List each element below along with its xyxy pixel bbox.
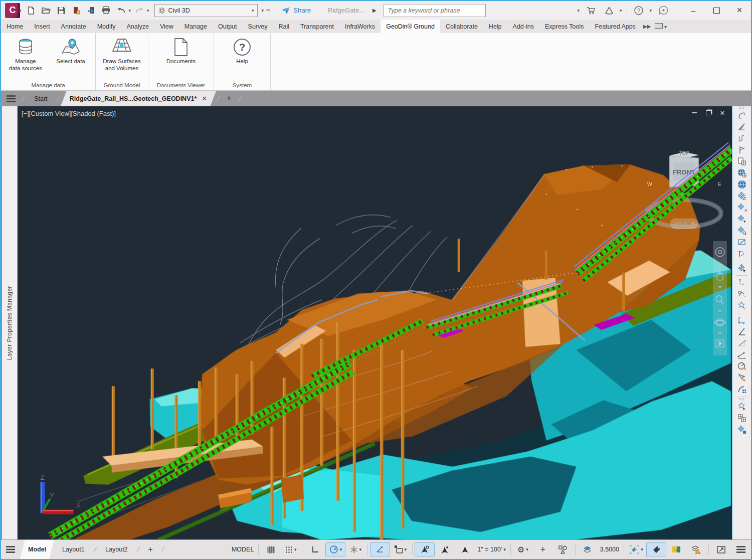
- save-to-mobile-button[interactable]: [70, 4, 83, 17]
- polar-tracking-icon[interactable]: ▾: [325, 542, 345, 556]
- viewport-controls-label[interactable]: [−][Custom View][Shaded (Fast)]: [22, 110, 116, 117]
- move-block-icon[interactable]: [736, 424, 748, 435]
- navigation-bar[interactable]: [713, 241, 727, 356]
- curve-reverse-icon[interactable]: [736, 133, 748, 144]
- object-snap-2d-icon[interactable]: [415, 542, 435, 556]
- toolbar-grip-handle-2[interactable]: ⠿⠿: [738, 399, 744, 401]
- a360-caret-icon[interactable]: ▾: [620, 8, 622, 13]
- new-drawing-tab-button[interactable]: +: [220, 91, 238, 106]
- layout-tab-model[interactable]: Model: [20, 540, 54, 559]
- a360-icon[interactable]: [603, 4, 616, 17]
- tab-survey[interactable]: Survey: [243, 20, 273, 33]
- dim-angle-icon[interactable]: [736, 326, 748, 337]
- clean-screen-icon[interactable]: [711, 542, 731, 556]
- ribbon-display-toggle-icon[interactable]: ▾: [655, 23, 667, 30]
- model-space-toggle[interactable]: MODEL: [229, 542, 256, 556]
- compass-east-label[interactable]: E: [717, 181, 721, 187]
- redo-caret-icon[interactable]: ▾: [147, 8, 149, 13]
- maximize-button[interactable]: [705, 3, 728, 18]
- selection-cycling-icon[interactable]: [455, 542, 475, 556]
- layout-tab-layout2[interactable]: Layout2: [97, 540, 135, 559]
- search-input[interactable]: [384, 7, 485, 14]
- move-select-icon[interactable]: [736, 263, 748, 274]
- draw-surfaces-volumes-button[interactable]: Draw Surfaces and Volumes: [99, 35, 145, 81]
- tab-geodin-ground[interactable]: GeoDin® Ground: [381, 20, 440, 33]
- layer-properties-manager-palette[interactable]: Layer Properties Manager: [1, 106, 18, 540]
- move-cursor-icon[interactable]: [736, 214, 748, 225]
- tab-manage[interactable]: Manage: [179, 20, 213, 33]
- move-grid-icon[interactable]: [736, 191, 748, 202]
- ortho-mode-icon[interactable]: [305, 542, 325, 556]
- file-tab-active[interactable]: RidgeGate_Rail_HS...Geotech_GEODINV1* ✕: [61, 91, 216, 106]
- file-tabs-menu-icon[interactable]: [1, 91, 21, 106]
- application-menu-button[interactable]: C: [5, 3, 20, 18]
- layout-grid-icon[interactable]: [736, 413, 748, 424]
- close-button[interactable]: ×: [728, 3, 751, 18]
- feedback-icon[interactable]: [657, 4, 670, 17]
- tab-collaborate[interactable]: Collaborate: [440, 20, 483, 33]
- tab-view[interactable]: View: [154, 20, 179, 33]
- drawing-viewport[interactable]: [−][Custom View][Shaded (Fast)] ✕: [18, 106, 732, 540]
- print-button[interactable]: [100, 4, 113, 17]
- new-file-button[interactable]: [25, 4, 38, 17]
- workspace-switching-icon[interactable]: ⚙▾: [513, 542, 533, 556]
- share-button[interactable]: Share: [281, 6, 311, 15]
- curve-pin-icon[interactable]: [736, 248, 748, 259]
- help-caret-icon[interactable]: ▾: [649, 8, 652, 13]
- add-scales-icon[interactable]: ▾: [626, 542, 646, 556]
- tab-annotate[interactable]: Annotate: [56, 20, 92, 33]
- new-layout-button[interactable]: +: [140, 542, 160, 556]
- signin-caret-icon[interactable]: ▾: [577, 8, 580, 13]
- tab-modify[interactable]: Modify: [92, 20, 121, 33]
- annotation-scale-sync-icon[interactable]: [646, 542, 666, 556]
- grid-display-icon[interactable]: [261, 542, 281, 556]
- app-menu-caret-icon[interactable]: ▾: [19, 8, 22, 13]
- boundary-edit-icon[interactable]: [736, 237, 748, 248]
- tab-output[interactable]: Output: [213, 20, 243, 33]
- annotation-scale-button[interactable]: 1" = 100'▾: [475, 542, 508, 556]
- documents-button[interactable]: Documents: [159, 35, 203, 81]
- tab-addins[interactable]: Add-ins: [507, 20, 539, 33]
- layout-tab-layout1[interactable]: Layout1: [54, 540, 92, 559]
- circle-brush-icon[interactable]: [736, 361, 748, 372]
- select-data-button[interactable]: Select data: [49, 35, 92, 81]
- tab-rail[interactable]: Rail: [273, 20, 295, 33]
- dim-line-icon[interactable]: [736, 349, 748, 360]
- geolocation-globe-icon[interactable]: [736, 179, 748, 190]
- viewport-restore-icon[interactable]: [705, 109, 712, 116]
- toolbar-grip-handle[interactable]: ⠿⠿: [738, 107, 744, 109]
- sheet-set-icon[interactable]: [736, 156, 748, 167]
- tab-help[interactable]: Help: [483, 20, 507, 33]
- qat-customize-icon[interactable]: ▾: [262, 8, 264, 13]
- unreconciled-layers-icon[interactable]: !: [686, 542, 706, 556]
- redo-button[interactable]: [133, 4, 146, 17]
- move-search-icon[interactable]: [736, 225, 748, 236]
- curve-undo-icon[interactable]: [736, 277, 748, 288]
- ribbon-overflow-icon[interactable]: ▶▶: [643, 24, 651, 29]
- object-snap-tracking-icon[interactable]: [370, 542, 390, 556]
- object-snap-3d-icon[interactable]: [435, 542, 455, 556]
- close-file-tab-icon[interactable]: ✕: [202, 95, 207, 102]
- viewcube-top-label[interactable]: TOP: [679, 150, 689, 156]
- save-button[interactable]: [55, 4, 68, 17]
- snap-mode-icon[interactable]: ▾: [281, 542, 301, 556]
- tab-express-tools[interactable]: Express Tools: [539, 20, 590, 33]
- arc-table-icon[interactable]: [736, 384, 748, 395]
- globe-grid-icon[interactable]: [736, 167, 748, 178]
- file-tab-start[interactable]: Start: [25, 91, 56, 106]
- curve-box-icon[interactable]: [736, 289, 748, 300]
- wcs-dropdown[interactable]: WCS: [671, 219, 698, 229]
- tab-home[interactable]: Home: [1, 20, 29, 33]
- workspace-selector[interactable]: Civil 3D ▾: [154, 4, 258, 17]
- dynamic-input-icon[interactable]: ▾: [390, 542, 410, 556]
- undo-button[interactable]: [115, 4, 128, 17]
- help-button[interactable]: ? Help: [221, 35, 264, 81]
- curve-star-icon[interactable]: [736, 300, 748, 311]
- layout-tabs-menu-icon[interactable]: [1, 545, 20, 553]
- undo-caret-icon[interactable]: ▾: [129, 8, 131, 13]
- customization-menu-icon[interactable]: [731, 542, 751, 556]
- curve-fillet-icon[interactable]: [736, 110, 748, 121]
- compass-west-label[interactable]: W: [647, 181, 653, 187]
- transfer-button[interactable]: [85, 4, 98, 17]
- open-file-button[interactable]: [40, 4, 53, 17]
